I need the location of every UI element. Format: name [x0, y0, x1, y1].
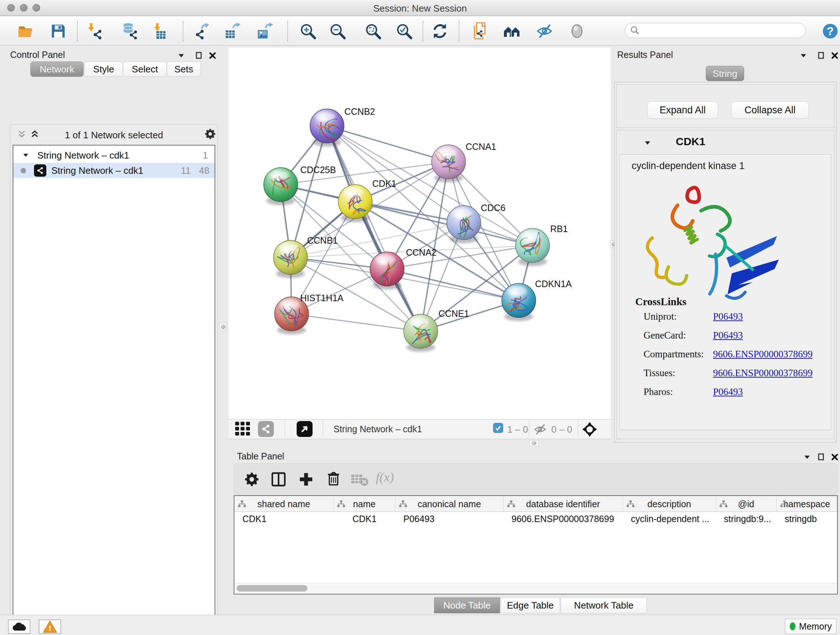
delete-table-icon[interactable] — [351, 473, 369, 486]
network-type-badge-icon[interactable] — [258, 421, 274, 437]
crosslink-link[interactable]: P06493 — [713, 311, 743, 322]
birdseye-grid-icon[interactable] — [235, 422, 251, 436]
hide-graphics-button[interactable] — [535, 21, 554, 41]
panel-collapse-icon[interactable] — [177, 52, 185, 60]
hidden-eye-icon[interactable] — [533, 423, 547, 436]
network-node-CDK1[interactable]: CDK1 — [338, 179, 396, 222]
crosslink-link[interactable]: P06493 — [713, 330, 743, 341]
table-options-gear-icon[interactable] — [244, 472, 259, 487]
column-header-name[interactable]: name — [333, 496, 395, 512]
zoom-fit-button[interactable] — [363, 21, 383, 41]
panel-close-icon[interactable] — [208, 51, 217, 60]
tab-string[interactable]: String — [706, 66, 744, 81]
crosslink-link[interactable]: 9606.ENSP00000378699 — [713, 348, 813, 360]
open-session-button[interactable] — [16, 21, 35, 41]
zoom-out-button[interactable] — [328, 21, 347, 41]
refresh-button[interactable] — [430, 21, 450, 41]
column-header-description[interactable]: description — [623, 496, 716, 512]
table-cell[interactable]: CDK1 — [333, 512, 395, 526]
panel-float-icon[interactable] — [817, 453, 826, 461]
panel-collapse-icon[interactable] — [799, 52, 807, 60]
network-collection-row[interactable]: String Network – cdk1 1 — [13, 148, 215, 163]
crosslink-link[interactable]: 9606.ENSP00000378699 — [713, 367, 813, 379]
column-header-shared-name[interactable]: shared name — [234, 496, 333, 512]
tab-network[interactable]: Network — [30, 62, 84, 77]
table-cell[interactable]: CDK1 — [234, 512, 333, 526]
tab-node-table[interactable]: Node Table — [434, 597, 500, 613]
network-node-CCNA1[interactable]: CCNA1 — [431, 141, 496, 182]
delete-column-icon[interactable] — [325, 470, 342, 487]
collapse-all-button[interactable]: Collapse All — [731, 101, 809, 119]
show-columns-icon[interactable] — [270, 471, 287, 488]
memory-button[interactable]: Memory — [785, 619, 836, 634]
crosslinks-list: Uniprot:P06493GeneCard:P06493Compartment… — [644, 311, 824, 405]
left-splitter-handle[interactable] — [219, 323, 226, 330]
panel-close-icon[interactable] — [831, 51, 839, 60]
column-header-namespace[interactable]: namespace — [777, 496, 837, 512]
collection-count: 1 — [203, 150, 208, 161]
network-options-gear-icon[interactable] — [204, 128, 216, 140]
expand-all-button[interactable]: Expand All — [647, 101, 718, 119]
zoom-in-button[interactable] — [298, 21, 317, 41]
table-cell[interactable]: P06493 — [395, 512, 504, 526]
section-expander-icon[interactable] — [644, 139, 652, 147]
export-network-button[interactable] — [192, 21, 212, 41]
export-image-button[interactable] — [255, 21, 274, 41]
network-edge[interactable] — [387, 269, 519, 301]
scrollbar-thumb[interactable] — [237, 585, 308, 592]
tab-edge-table[interactable]: Edge Table — [501, 597, 560, 613]
column-header--id[interactable]: @id — [716, 496, 777, 512]
crosslink-link[interactable]: P06493 — [713, 386, 743, 397]
column-header-canonical-name[interactable]: canonical name — [395, 496, 504, 512]
network-edge[interactable] — [292, 314, 421, 331]
node-label-CCNA1: CCNA1 — [466, 141, 496, 152]
results-panel-title: Results Panel — [617, 50, 673, 60]
search-input[interactable] — [643, 25, 805, 35]
network-node-HIST1H1A[interactable]: HIST1H1A — [275, 293, 344, 334]
table-cell[interactable]: cyclin-dependent ... — [623, 512, 716, 526]
table-horizontal-scrollbar[interactable] — [235, 583, 836, 593]
panel-collapse-icon[interactable] — [803, 453, 811, 461]
cloud-button[interactable] — [8, 619, 30, 634]
panel-float-icon[interactable] — [195, 51, 203, 60]
network-node-CDKN1A[interactable]: CDKN1A — [502, 279, 572, 321]
tab-sets[interactable]: Sets — [167, 62, 201, 77]
function-builder-button[interactable]: f(x) — [376, 470, 394, 485]
table-toolbar: f(x) — [234, 463, 838, 495]
column-header-database-identifier[interactable]: database identifier — [504, 496, 623, 512]
tree-expander-icon[interactable] — [22, 152, 29, 159]
import-network-button[interactable] — [85, 21, 104, 41]
network-node-CCNB1[interactable]: CCNB1 — [273, 235, 338, 278]
import-database-button[interactable] — [120, 21, 140, 41]
tab-network-table[interactable]: Network Table — [561, 597, 647, 613]
save-session-button[interactable] — [49, 21, 68, 41]
network-row-selected[interactable]: String Network – cdk1 11 48 — [13, 163, 215, 178]
network-view-canvas[interactable]: CCNB2CCNA1CDC25BCDK1CDC6RB1CCNB1CCNA2CDK… — [229, 48, 611, 419]
panel-float-icon[interactable] — [817, 51, 826, 60]
panel-close-icon[interactable] — [831, 453, 839, 461]
footer-separator — [323, 421, 323, 437]
search-field[interactable] — [625, 23, 806, 38]
zoom-selected-button[interactable] — [394, 21, 414, 41]
show-graphics-button[interactable] — [567, 21, 587, 41]
share-document-button[interactable] — [471, 21, 491, 41]
table-cell[interactable]: 9606.ENSP00000378699 — [504, 512, 623, 526]
help-button[interactable]: ? — [821, 21, 840, 41]
warning-button[interactable]: ! — [39, 619, 61, 634]
export-table-button[interactable] — [222, 21, 242, 41]
selected-checkbox[interactable] — [493, 423, 503, 433]
network-edge[interactable] — [327, 126, 448, 162]
table-panel-title: Table Panel — [237, 451, 284, 462]
add-column-icon[interactable] — [298, 471, 314, 488]
import-table-button[interactable] — [150, 21, 170, 41]
home-pages-button[interactable] — [502, 21, 522, 41]
tab-select[interactable]: Select — [123, 62, 167, 77]
crosslink-row: Compartments:9606.ENSP00000378699 — [644, 348, 824, 367]
fit-selected-crosshair-icon[interactable] — [582, 421, 598, 437]
table-cell[interactable]: stringdb:9... — [716, 512, 777, 526]
open-in-window-button[interactable] — [297, 421, 313, 437]
table-cell[interactable]: stringdb — [777, 512, 837, 526]
tab-style[interactable]: Style — [84, 62, 123, 77]
network-node-RB1[interactable]: RB1 — [515, 224, 568, 266]
horizontal-splitter-handle[interactable] — [529, 440, 538, 446]
